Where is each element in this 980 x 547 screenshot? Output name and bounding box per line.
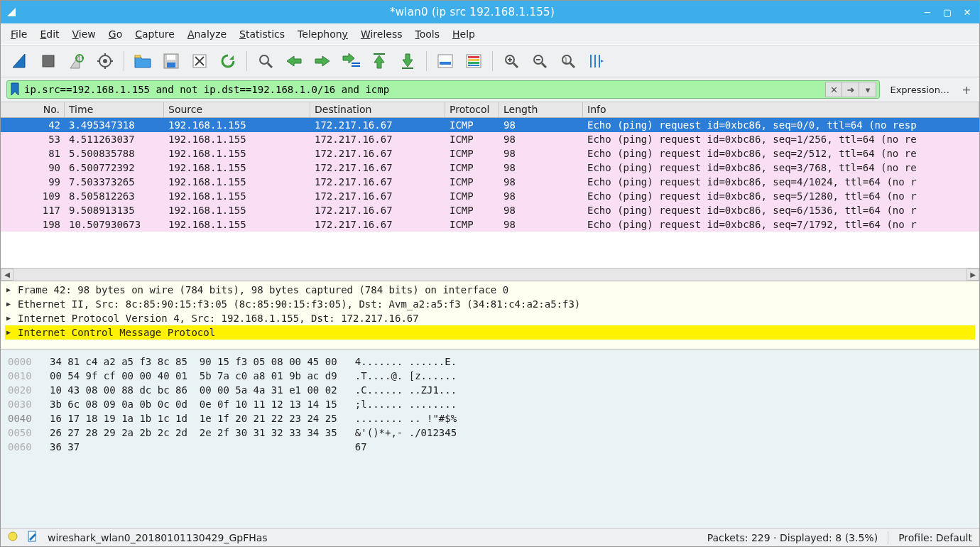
- window-title: *wlan0 (ip src 192.168.1.155): [22, 6, 922, 18]
- restart-capture-icon[interactable]: [65, 49, 89, 73]
- toolbar-separator: [124, 51, 124, 71]
- go-first-icon[interactable]: [367, 49, 391, 73]
- hex-line[interactable]: 0050 26 27 28 29 2a 2b 2c 2d 2e 2f 30 31…: [8, 426, 972, 440]
- detail-node[interactable]: ▶Frame 42: 98 bytes on wire (784 bits), …: [5, 283, 975, 297]
- zoom-out-icon[interactable]: [528, 49, 552, 73]
- minimize-button[interactable]: ─: [922, 7, 932, 17]
- display-filter-field[interactable]: ✕ ➜ ▾: [6, 80, 880, 99]
- go-to-packet-icon[interactable]: [339, 49, 363, 73]
- hex-line[interactable]: 0020 10 43 08 00 88 dc bc 86 00 00 5a 4a…: [8, 383, 972, 397]
- hex-line[interactable]: 0000 34 81 c4 a2 a5 f3 8c 85 90 15 f3 05…: [8, 354, 972, 369]
- hex-line[interactable]: 0040 16 17 18 19 1a 1b 1c 1d 1e 1f 20 21…: [8, 411, 972, 426]
- expand-caret-icon[interactable]: ▶: [6, 325, 13, 340]
- packet-row[interactable]: 815.500835788192.168.1.155172.217.16.67I…: [1, 146, 979, 161]
- svg-point-39: [9, 532, 17, 541]
- zoom-reset-icon[interactable]: 1: [556, 49, 580, 73]
- hex-line[interactable]: 0030 3b 6c 08 09 0a 0b 0c 0d 0e 0f 10 11…: [8, 397, 972, 411]
- filter-history-button[interactable]: ▾: [859, 82, 876, 97]
- colorize-icon[interactable]: [462, 49, 486, 73]
- menu-capture[interactable]: Capture: [135, 28, 175, 40]
- menu-telephony[interactable]: Telephony: [298, 28, 348, 40]
- packet-row[interactable]: 997.503373265192.168.1.155172.217.16.67I…: [1, 175, 979, 189]
- hex-line[interactable]: 0010 00 54 9f cf 00 00 40 01 5b 7a c0 a8…: [8, 369, 972, 383]
- svg-line-34: [570, 63, 575, 67]
- col-header-length[interactable]: Length: [499, 102, 583, 117]
- packet-rows[interactable]: 423.495347318192.168.1.155172.217.16.67I…: [1, 118, 979, 268]
- toolbar-separator: [492, 51, 493, 71]
- menu-statistics[interactable]: Statistics: [239, 28, 285, 40]
- filter-clear-button[interactable]: ✕: [825, 82, 842, 97]
- packet-row[interactable]: 19810.507930673192.168.1.155172.217.16.6…: [1, 217, 979, 232]
- col-header-dest[interactable]: Destination: [310, 102, 445, 117]
- svg-line-14: [268, 63, 272, 67]
- status-profile[interactable]: Profile: Default: [898, 532, 972, 543]
- maximize-button[interactable]: ▢: [942, 7, 952, 17]
- col-header-info[interactable]: Info: [583, 102, 979, 117]
- col-header-no[interactable]: No.: [1, 102, 65, 117]
- display-filter-input[interactable]: [23, 83, 825, 96]
- status-packets: Packets: 229 · Displayed: 8 (3.5%): [707, 532, 878, 543]
- menu-analyze[interactable]: Analyze: [187, 28, 227, 40]
- svg-rect-23: [468, 59, 479, 61]
- h-scrollbar[interactable]: ◀ ▶: [1, 268, 979, 281]
- save-file-icon[interactable]: [159, 49, 183, 73]
- toolbar-separator: [246, 51, 247, 71]
- open-file-icon[interactable]: [131, 49, 155, 73]
- packet-list-header[interactable]: No. Time Source Destination Protocol Len…: [1, 102, 979, 118]
- find-packet-icon[interactable]: [254, 49, 278, 73]
- expand-caret-icon[interactable]: ▶: [6, 297, 13, 311]
- packet-bytes[interactable]: 0000 34 81 c4 a2 a5 f3 8c 85 90 15 f3 05…: [1, 350, 979, 528]
- detail-node[interactable]: ▶Internet Protocol Version 4, Src: 192.1…: [5, 311, 975, 325]
- expand-caret-icon[interactable]: ▶: [6, 283, 13, 297]
- bookmark-icon[interactable]: [10, 82, 20, 97]
- hex-line[interactable]: 0060 36 37 67: [8, 440, 972, 454]
- packet-row[interactable]: 534.511263037192.168.1.155172.217.16.67I…: [1, 132, 979, 146]
- packet-row[interactable]: 1179.508913135192.168.1.155172.217.16.67…: [1, 203, 979, 217]
- reload-file-icon[interactable]: [216, 49, 240, 73]
- close-button[interactable]: ✕: [962, 7, 972, 17]
- close-file-icon[interactable]: [187, 49, 212, 73]
- zoom-in-icon[interactable]: [499, 49, 523, 73]
- shark-fin-icon[interactable]: [8, 49, 32, 73]
- expand-caret-icon[interactable]: ▶: [6, 311, 13, 325]
- packet-row[interactable]: 423.495347318192.168.1.155172.217.16.67I…: [1, 118, 979, 132]
- menu-wireless[interactable]: Wireless: [361, 28, 403, 40]
- detail-node[interactable]: ▶Ethernet II, Src: 8c:85:90:15:f3:05 (8c…: [5, 297, 975, 311]
- scroll-right-icon[interactable]: ▶: [967, 269, 979, 281]
- detail-node[interactable]: ▶Internet Control Message Protocol: [5, 325, 975, 340]
- col-header-source[interactable]: Source: [164, 102, 310, 117]
- menu-edit[interactable]: Edit: [40, 28, 59, 40]
- capture-options-icon[interactable]: [93, 49, 117, 73]
- col-header-time[interactable]: Time: [65, 102, 164, 117]
- menu-tools[interactable]: Tools: [415, 28, 440, 40]
- svg-rect-11: [167, 63, 175, 67]
- add-filter-button[interactable]: +: [959, 83, 974, 97]
- resize-columns-icon[interactable]: [584, 49, 609, 73]
- packet-row[interactable]: 1098.505812263192.168.1.155172.217.16.67…: [1, 189, 979, 203]
- svg-rect-25: [468, 65, 479, 66]
- filter-apply-button[interactable]: ➜: [842, 82, 859, 97]
- go-last-icon[interactable]: [396, 49, 420, 73]
- edit-capture-comment-icon[interactable]: [28, 531, 38, 544]
- packet-row[interactable]: 906.500772392192.168.1.155172.217.16.67I…: [1, 161, 979, 175]
- go-forward-icon[interactable]: [310, 49, 334, 73]
- packet-details[interactable]: ▶Frame 42: 98 bytes on wire (784 bits), …: [1, 281, 979, 350]
- expert-info-icon[interactable]: [8, 531, 18, 543]
- col-header-proto[interactable]: Protocol: [445, 102, 499, 117]
- status-file: wireshark_wlan0_20180101130429_GpFHas: [48, 532, 268, 543]
- auto-scroll-icon[interactable]: [433, 49, 457, 73]
- svg-point-3: [103, 59, 107, 63]
- svg-line-27: [513, 63, 518, 67]
- menu-file[interactable]: File: [11, 28, 27, 40]
- scroll-left-icon[interactable]: ◀: [1, 269, 13, 281]
- menu-view[interactable]: View: [72, 28, 96, 40]
- svg-rect-10: [167, 55, 175, 60]
- stop-capture-icon[interactable]: [36, 49, 60, 73]
- svg-point-13: [260, 55, 268, 64]
- go-back-icon[interactable]: [282, 49, 306, 73]
- scroll-track[interactable]: [13, 269, 967, 281]
- status-bar: wireshark_wlan0_20180101130429_GpFHas Pa…: [1, 528, 979, 546]
- menu-go[interactable]: Go: [109, 28, 122, 40]
- expression-button[interactable]: Expression…: [884, 82, 955, 97]
- menu-help[interactable]: Help: [452, 28, 475, 40]
